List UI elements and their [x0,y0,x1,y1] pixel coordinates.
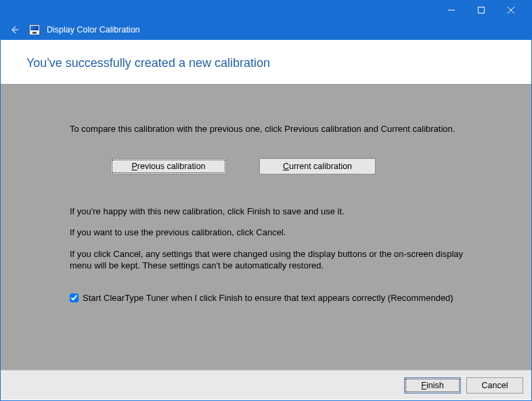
maximize-button[interactable] [466,1,496,20]
page-heading: You've successfully created a new calibr… [26,56,506,70]
current-calibration-button[interactable]: Current calibration [259,158,376,174]
svg-rect-1 [479,7,485,14]
back-arrow-icon[interactable] [9,24,20,35]
content-region: To compare this calibration with the pre… [1,84,531,370]
compare-text: To compare this calibration with the pre… [70,123,470,135]
calibration-button-row: Previous calibration Current calibration [110,158,470,174]
heading-region: You've successfully created a new calibr… [1,40,531,84]
window-titlebar [1,1,531,20]
app-icon [29,24,40,35]
header-bar: Display Color Calibration [1,20,531,40]
cleartype-checkbox[interactable] [70,293,79,302]
app-title: Display Color Calibration [47,25,140,34]
cancel-button[interactable]: Cancel [466,377,523,394]
minimize-button[interactable] [437,1,466,20]
cancel-note-text: If you click Cancel, any settings that w… [70,248,470,272]
use-previous-text: If you want to use the previous calibrat… [70,227,470,239]
previous-calibration-button[interactable]: Previous calibration [110,158,227,174]
footer-bar: Finish Cancel [1,370,531,400]
happy-text: If you're happy with this new calibratio… [70,206,470,218]
finish-button[interactable]: Finish [404,377,461,394]
cleartype-checkbox-row: Start ClearType Tuner when I click Finis… [70,292,470,304]
close-button[interactable] [496,1,526,20]
cleartype-label[interactable]: Start ClearType Tuner when I click Finis… [83,292,453,304]
